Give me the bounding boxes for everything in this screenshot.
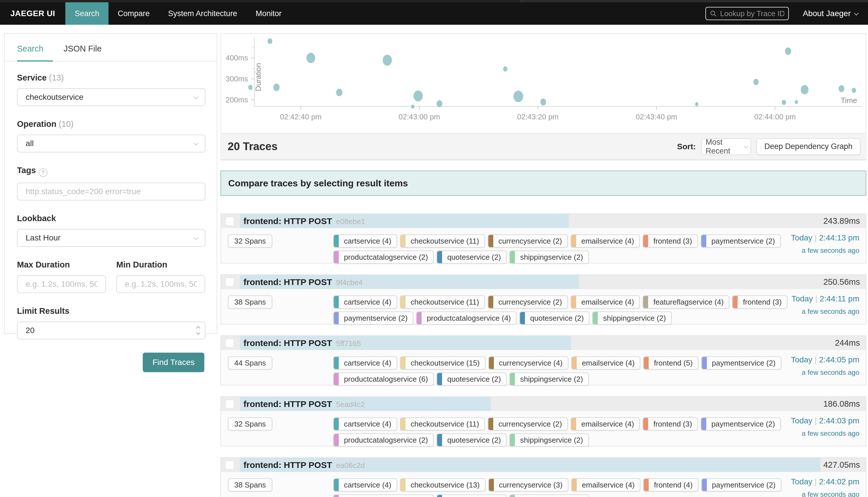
service-tag[interactable]: featureflagservice (4)	[643, 295, 729, 309]
min-duration-input[interactable]	[125, 280, 197, 289]
service-tag[interactable]: paymentservice (2)	[701, 235, 781, 247]
trace-result-card[interactable]: frontend: HTTP POSTe08ebe1 243.89ms 32 S…	[221, 213, 866, 264]
service-tag[interactable]: currencyservice (2)	[488, 235, 568, 247]
trace-title[interactable]: frontend: HTTP POST5ff7165	[243, 338, 361, 348]
service-tag[interactable]: emailservice (4)	[571, 295, 640, 309]
span-count-pill[interactable]: 38 Spans	[228, 478, 272, 492]
trace-select-checkbox[interactable]	[225, 217, 234, 226]
about-jaeger-menu[interactable]: About Jaeger	[803, 9, 858, 18]
service-tag[interactable]: productcatalogservice (2)	[333, 434, 434, 447]
trace-scatter-point[interactable]	[785, 47, 791, 55]
trace-title[interactable]: frontend: HTTP POSTe08ebe1	[243, 216, 365, 226]
tab-json-file[interactable]: JSON File	[64, 44, 102, 61]
trace-scatter-point[interactable]	[414, 90, 423, 101]
service-tag[interactable]: quoteservice (2)	[437, 251, 506, 264]
service-tag[interactable]: checkoutservice (15)	[400, 356, 486, 370]
service-tag[interactable]: cartservice (4)	[333, 295, 397, 309]
trace-title[interactable]: frontend: HTTP POSTea06c2d	[243, 460, 365, 470]
trace-select-checkbox[interactable]	[225, 339, 234, 347]
trace-result-card[interactable]: frontend: HTTP POST5ead4c2 186.08ms 32 S…	[221, 396, 866, 446]
service-tag[interactable]: cartservice (4)	[333, 356, 397, 370]
service-tag[interactable]: frontend (3)	[643, 235, 698, 247]
lookback-select[interactable]: Last Hour	[17, 229, 206, 247]
trace-scatter-point[interactable]	[248, 85, 252, 90]
service-tag[interactable]: quoteservice (2)	[437, 372, 506, 386]
trace-result-card[interactable]: frontend: HTTP POSTea06c2d 427.05ms 38 S…	[221, 457, 866, 497]
trace-scatter-point[interactable]	[267, 38, 272, 44]
trace-scatter-point[interactable]	[336, 89, 342, 96]
help-icon[interactable]: ?	[39, 168, 47, 177]
trace-scatter-point[interactable]	[839, 85, 844, 92]
service-tag[interactable]: emailservice (4)	[571, 417, 640, 430]
service-tag[interactable]: cartservice (4)	[333, 235, 397, 247]
service-tag[interactable]: shippingservice (2)	[509, 434, 589, 447]
trace-scatter-point[interactable]	[307, 53, 315, 63]
service-tag[interactable]: productcatalogservice (2)	[333, 251, 434, 264]
operation-select[interactable]: all	[17, 134, 206, 153]
service-tag[interactable]: currencyservice (3)	[488, 478, 569, 492]
service-tag[interactable]: productcatalogservice (4)	[333, 494, 434, 497]
trace-scatter-point[interactable]	[274, 84, 280, 91]
trace-scatter-point[interactable]	[754, 79, 759, 85]
service-tag[interactable]: paymentservice (2)	[333, 312, 413, 325]
trace-scatter-point[interactable]	[514, 90, 523, 102]
service-tag[interactable]: checkoutservice (11)	[400, 295, 485, 309]
span-count-pill[interactable]: 44 Spans	[228, 356, 272, 370]
nav-item-system-architecture[interactable]: System Architecture	[159, 2, 246, 25]
service-tag[interactable]: paymentservice (2)	[701, 417, 781, 430]
service-tag[interactable]: cartservice (4)	[333, 478, 397, 492]
sort-select[interactable]: Most Recent	[701, 138, 751, 155]
deep-dependency-graph-button[interactable]: Deep Dependency Graph	[756, 138, 860, 155]
trace-scatter-point[interactable]	[795, 100, 798, 104]
trace-lookup-input[interactable]	[720, 9, 784, 18]
trace-select-checkbox[interactable]	[225, 461, 234, 469]
trace-card-header[interactable]: frontend: HTTP POST5ff7165 244ms	[221, 336, 866, 350]
nav-item-compare[interactable]: Compare	[109, 2, 159, 25]
tags-input[interactable]	[26, 187, 197, 196]
trace-result-card[interactable]: frontend: HTTP POST5ff7165 244ms 44 Span…	[221, 335, 866, 385]
trace-scatter-point[interactable]	[383, 55, 392, 66]
trace-scatter-point[interactable]	[437, 100, 442, 107]
number-stepper[interactable]	[197, 327, 200, 334]
service-tag[interactable]: emailservice (4)	[571, 478, 641, 492]
trace-lookup-box[interactable]	[705, 7, 789, 20]
trace-scatter-point[interactable]	[540, 99, 546, 105]
service-tag[interactable]: paymentservice (2)	[701, 478, 781, 492]
nav-item-monitor[interactable]: Monitor	[246, 2, 291, 25]
find-traces-button[interactable]: Find Traces	[143, 353, 204, 372]
trace-scatter-point[interactable]	[852, 88, 856, 93]
limit-results-input[interactable]	[26, 326, 197, 335]
service-tag[interactable]: checkoutservice (11)	[400, 235, 485, 247]
tab-search[interactable]: Search	[17, 44, 43, 61]
trace-card-header[interactable]: frontend: HTTP POST9f4cbe4 250.56ms	[221, 275, 866, 289]
service-tag[interactable]: frontend (3)	[732, 295, 787, 309]
service-tag[interactable]: checkoutservice (11)	[400, 417, 485, 430]
trace-scatter-point[interactable]	[411, 105, 415, 109]
jaeger-logo[interactable]: JAEGER UI	[0, 2, 65, 25]
service-tag[interactable]: frontend (5)	[643, 356, 698, 370]
service-tag[interactable]: emailservice (4)	[571, 356, 641, 370]
trace-card-header[interactable]: frontend: HTTP POSTe08ebe1 243.89ms	[221, 214, 866, 228]
service-select[interactable]: checkoutservice	[17, 88, 206, 106]
span-count-pill[interactable]: 32 Spans	[228, 235, 272, 247]
trace-scatter-point[interactable]	[695, 102, 699, 106]
nav-item-search[interactable]: Search	[65, 2, 109, 25]
service-tag[interactable]: productcatalogservice (6)	[333, 372, 434, 386]
service-tag[interactable]: shippingservice (2)	[509, 494, 589, 497]
service-tag[interactable]: checkoutservice (13)	[400, 478, 486, 492]
service-tag[interactable]: currencyservice (2)	[488, 417, 568, 430]
trace-card-header[interactable]: frontend: HTTP POSTea06c2d 427.05ms	[221, 458, 866, 472]
service-tag[interactable]: paymentservice (2)	[701, 356, 781, 370]
trace-scatter-point[interactable]	[503, 67, 507, 72]
span-count-pill[interactable]: 38 Spans	[228, 295, 272, 309]
span-count-pill[interactable]: 32 Spans	[228, 417, 272, 430]
service-tag[interactable]: currencyservice (2)	[488, 295, 568, 309]
service-tag[interactable]: currencyservice (4)	[488, 356, 569, 370]
trace-select-checkbox[interactable]	[225, 400, 234, 408]
service-tag[interactable]: quoteservice (2)	[437, 434, 506, 447]
service-tag[interactable]: quoteservice (2)	[519, 312, 589, 325]
service-tag[interactable]: shippingservice (2)	[509, 372, 589, 386]
max-duration-input[interactable]	[26, 280, 97, 289]
service-tag[interactable]: productcatalogservice (4)	[416, 312, 517, 325]
trace-result-card[interactable]: frontend: HTTP POST9f4cbe4 250.56ms 38 S…	[221, 274, 866, 324]
